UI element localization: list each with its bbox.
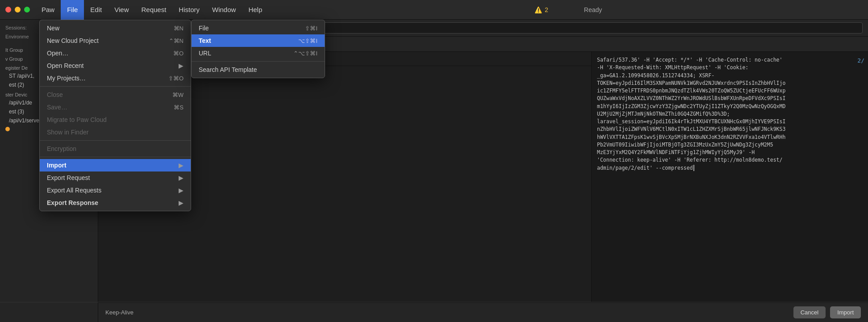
- menu-file[interactable]: File: [61, 0, 84, 20]
- import-button[interactable]: Import: [830, 306, 861, 318]
- menu-close: Close ⌘W: [40, 88, 191, 101]
- import-file[interactable]: File ⇧⌘I: [192, 22, 325, 34]
- export-request-arrow-icon: ▶: [179, 174, 184, 181]
- menu-encryption-label: Encryption: [47, 145, 76, 152]
- menu-my-projects-label: My Projects…: [47, 75, 86, 82]
- menu-new-label: New: [47, 25, 59, 32]
- search-api-template-label: Search API Template: [199, 66, 257, 73]
- minimize-button[interactable]: [15, 7, 21, 13]
- menu-export-request-label: Export Request: [47, 174, 90, 181]
- menu-open-recent[interactable]: Open Recent ▶: [40, 59, 191, 72]
- menu-export-all[interactable]: Export All Requests ▶: [40, 184, 191, 197]
- close-button[interactable]: [5, 7, 11, 13]
- menu-save: Save… ⌘S: [40, 101, 191, 113]
- menu-my-projects[interactable]: My Projects… ⇧⌘O: [40, 72, 191, 84]
- menu-divider-1: [40, 86, 191, 87]
- menu-new-shortcut: ⌘N: [174, 25, 184, 32]
- menu-close-shortcut: ⌘W: [172, 92, 184, 98]
- export-all-arrow-icon: ▶: [179, 187, 184, 194]
- menu-export-request[interactable]: Export Request ▶: [40, 171, 191, 184]
- open-recent-arrow-icon: ▶: [179, 62, 184, 69]
- cancel-button[interactable]: Cancel: [793, 306, 826, 318]
- warning-badge: ⚠️ 2: [534, 6, 548, 13]
- menu-migrate-label: Migrate to Paw Cloud: [47, 116, 107, 123]
- import-arrow-icon: ▶: [179, 162, 184, 169]
- menu-divider-2: [40, 140, 191, 141]
- menu-import-label: Import: [47, 162, 67, 169]
- import-text-label: Text: [199, 37, 211, 44]
- menu-encryption: Encryption: [40, 142, 191, 155]
- body-area: Text JSON Form URL-En 2/ Safari/537.36' …: [98, 52, 868, 302]
- keep-alive-label: Keep-Alive: [105, 309, 134, 316]
- menu-new-cloud[interactable]: New Cloud Project ⌃⌘N: [40, 34, 191, 47]
- menu-open-shortcut: ⌘O: [173, 50, 184, 57]
- import-text[interactable]: Text ⌥⇧⌘I: [192, 34, 325, 47]
- menu-new-cloud-label: New Cloud Project: [47, 37, 99, 44]
- menu-save-label: Save…: [47, 104, 67, 111]
- menu-save-shortcut: ⌘S: [174, 104, 184, 111]
- menu-open-recent-label: Open Recent: [47, 62, 84, 69]
- menu-migrate: Migrate to Paw Cloud: [40, 113, 191, 126]
- line-number: 2/: [857, 56, 864, 65]
- export-response-arrow-icon: ▶: [179, 199, 184, 206]
- menu-new[interactable]: New ⌘N: [40, 22, 191, 34]
- import-url-label: URL: [199, 50, 211, 57]
- window-controls: [0, 7, 35, 13]
- menu-show-finder: Show in Finder: [40, 126, 191, 138]
- menu-view[interactable]: View: [108, 0, 135, 20]
- search-api-template[interactable]: Search API Template: [192, 63, 325, 76]
- menu-divider-3: [40, 157, 191, 157]
- curl-preview: 2/ Safari/537.36' -H 'Accept: */*' -H 'C…: [591, 52, 868, 302]
- menu-window[interactable]: Window: [206, 0, 242, 20]
- menu-open-label: Open…: [47, 50, 68, 57]
- bottom-bar: Cancel Import Keep-Alive: [98, 302, 868, 322]
- maximize-button[interactable]: [24, 7, 30, 13]
- curl-text: Safari/537.36' -H 'Accept: */*' -H 'Cach…: [597, 56, 863, 172]
- import-submenu[interactable]: File ⇧⌘I Text ⌥⇧⌘I URL ⌃⌥⇧⌘I Search API …: [191, 20, 325, 78]
- menu-help[interactable]: Help: [242, 0, 268, 20]
- menu-request[interactable]: Request: [135, 0, 172, 20]
- menu-close-label: Close: [47, 91, 63, 98]
- import-url-shortcut: ⌃⌥⇧⌘I: [293, 50, 317, 57]
- menu-open[interactable]: Open… ⌘O: [40, 47, 191, 59]
- menu-show-finder-label: Show in Finder: [47, 129, 88, 136]
- menu-edit[interactable]: Edit: [84, 0, 108, 20]
- warning-icon: ⚠️: [534, 6, 542, 13]
- menu-my-projects-shortcut: ⇧⌘O: [168, 75, 184, 82]
- import-url[interactable]: URL ⌃⌥⇧⌘I: [192, 47, 325, 59]
- import-file-label: File: [199, 25, 209, 32]
- menu-export-response-label: Export Response: [47, 199, 98, 206]
- import-file-shortcut: ⇧⌘I: [305, 25, 317, 32]
- status-label: Ready: [584, 6, 602, 13]
- menu-import[interactable]: Import ▶: [40, 159, 191, 171]
- menubar: Paw File Edit View Request History Windo…: [0, 0, 868, 20]
- menu-new-cloud-shortcut: ⌃⌘N: [169, 38, 184, 44]
- menu-paw[interactable]: Paw: [35, 0, 61, 20]
- file-menu[interactable]: New ⌘N New Cloud Project ⌃⌘N Open… ⌘O Op…: [39, 20, 191, 211]
- menu-history[interactable]: History: [172, 0, 206, 20]
- import-submenu-divider: [192, 61, 325, 62]
- menu-export-all-label: Export All Requests: [47, 187, 101, 194]
- import-text-shortcut: ⌥⇧⌘I: [298, 38, 317, 44]
- warning-count: 2: [545, 6, 548, 13]
- menu-export-response[interactable]: Export Response ▶: [40, 197, 191, 209]
